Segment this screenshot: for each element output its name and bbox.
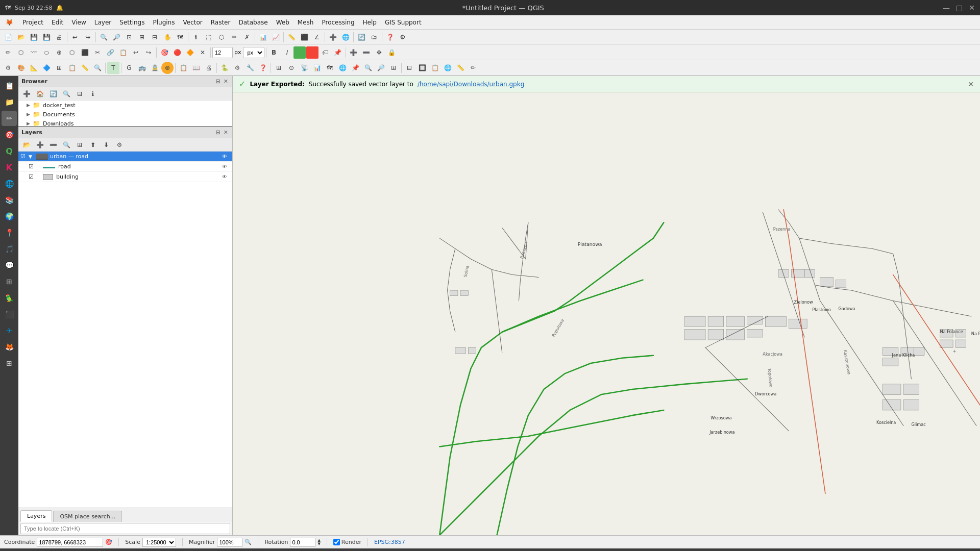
tb-save-as[interactable]: 💾 xyxy=(40,31,53,43)
tb-deselect[interactable]: ✗ xyxy=(241,31,253,43)
rotation-stepper[interactable]: ▲ ▼ xyxy=(317,539,320,546)
tb-pan-map[interactable]: 🗺 xyxy=(174,31,186,43)
browser-item-documents[interactable]: ▶ 📁 Documents xyxy=(18,110,232,119)
browser-add-btn[interactable]: ➕ xyxy=(20,88,33,100)
tb-ext8[interactable]: ⊞ xyxy=(387,62,400,74)
layer-check[interactable]: ☑ xyxy=(29,163,37,170)
tb-ext10[interactable]: 🔲 xyxy=(416,62,428,74)
tb-digitize-8[interactable]: ✂ xyxy=(91,46,104,59)
tb-zoom-out[interactable]: 🔎 xyxy=(110,31,122,43)
dock-apps[interactable]: ⊞ xyxy=(2,274,17,289)
tb-snap3[interactable]: 🔶 xyxy=(184,46,196,59)
dock-browser[interactable]: 📁 xyxy=(2,94,17,110)
tb-zoom-select[interactable]: ⊟ xyxy=(149,31,161,43)
layers-up-btn[interactable]: ⬆ xyxy=(87,139,99,151)
tb-digitize-9[interactable]: 🔗 xyxy=(104,46,116,59)
tb-digitize-3[interactable]: 〰 xyxy=(28,46,40,59)
layers-add-btn[interactable]: ➕ xyxy=(34,139,46,151)
locate-input[interactable] xyxy=(20,523,230,534)
layer-arrow[interactable]: ▼ xyxy=(29,154,35,159)
layers-open-btn[interactable]: 📂 xyxy=(20,139,33,151)
menu-raster[interactable]: Raster xyxy=(207,17,235,28)
tb-process1[interactable]: ⚙ xyxy=(231,62,243,74)
dock-globe2[interactable]: 🌍 xyxy=(2,209,17,224)
tb-statistics[interactable]: 📈 xyxy=(270,31,282,43)
tb-digitize-6[interactable]: ⬡ xyxy=(66,46,78,59)
tb-grid[interactable]: ⊞ xyxy=(273,62,285,74)
minimize-button[interactable]: — xyxy=(943,4,950,12)
tb-digitize-12[interactable]: ↪ xyxy=(142,46,155,59)
tb-select-freehand[interactable]: ✏ xyxy=(228,31,240,43)
dock-music[interactable]: 🎵 xyxy=(2,241,17,257)
tb-python[interactable]: 🐍 xyxy=(218,62,231,74)
tb-move[interactable]: ✥ xyxy=(373,46,385,59)
tb-undo[interactable]: ↩ xyxy=(69,31,81,43)
render-checkbox[interactable] xyxy=(333,539,340,545)
menu-view[interactable]: View xyxy=(67,17,90,28)
map-area[interactable]: ✓ Layer Exported: Successfully saved vec… xyxy=(233,76,980,535)
dock-grid2[interactable]: ⊞ xyxy=(2,356,17,371)
dock-k[interactable]: K xyxy=(2,160,17,175)
tb-italic[interactable]: I xyxy=(281,46,293,59)
browser-info-btn[interactable]: ℹ xyxy=(87,88,99,100)
tb-bus[interactable]: 🚌 xyxy=(136,62,148,74)
tb-style4[interactable]: 🔷 xyxy=(40,62,53,74)
tb-ext4[interactable]: 🌐 xyxy=(336,62,349,74)
tb-lock[interactable]: 🔒 xyxy=(386,46,398,59)
tb-layout2[interactable]: 📋 xyxy=(177,62,189,74)
magnifier-icon[interactable]: 🔍 xyxy=(244,539,252,545)
tb-help[interactable]: ❓ xyxy=(384,31,396,43)
layers-filter-btn[interactable]: 🔍 xyxy=(60,139,72,151)
layer-item-road[interactable]: ☑ road 👁 xyxy=(18,162,232,172)
tb-gpkg1[interactable]: G xyxy=(123,62,135,74)
browser-panel-float[interactable]: ⊟ xyxy=(215,78,222,85)
close-button[interactable]: ✕ xyxy=(969,4,975,12)
dock-layers[interactable]: 📋 xyxy=(2,78,17,93)
tb-measure-angle[interactable]: ∠ xyxy=(311,31,323,43)
tb-ext13[interactable]: 📏 xyxy=(454,62,467,74)
tb-ext5[interactable]: 📌 xyxy=(349,62,361,74)
tb-ext2[interactable]: 📊 xyxy=(311,62,323,74)
visibility-icon[interactable]: 👁 xyxy=(222,174,230,180)
layer-check[interactable]: ☑ xyxy=(29,173,37,180)
browser-collapse-btn[interactable]: ⊟ xyxy=(74,88,86,100)
tb-ext3[interactable]: 🗺 xyxy=(324,62,336,74)
tb-filter[interactable]: 🔍 xyxy=(91,62,104,74)
tb-print2[interactable]: 🖨 xyxy=(203,62,215,74)
dock-telegram[interactable]: ✈ xyxy=(2,323,17,338)
tb-layout[interactable]: 📋 xyxy=(66,62,78,74)
tb-pan[interactable]: ✋ xyxy=(161,31,174,43)
visibility-icon[interactable]: 👁 xyxy=(222,164,230,169)
tb-save-project[interactable]: 💾 xyxy=(28,31,40,43)
tb-new-temp[interactable]: T xyxy=(107,62,119,74)
tb-print[interactable]: 🖨 xyxy=(53,31,65,43)
tb-label-edit[interactable]: 🏷 xyxy=(319,46,331,59)
tb-circle[interactable]: ⊙ xyxy=(285,62,298,74)
tb-new-project[interactable]: 📄 xyxy=(2,31,14,43)
tb-snap[interactable]: 🎯 xyxy=(158,46,170,59)
dock-parrot[interactable]: 🦜 xyxy=(2,290,17,306)
menu-gis-support[interactable]: GIS Support xyxy=(381,17,426,28)
tb-tile-map-scale[interactable]: 🗂 xyxy=(368,31,380,43)
notification-close[interactable]: ✕ xyxy=(968,80,974,88)
layers-group-btn[interactable]: ⊞ xyxy=(74,139,86,151)
tb-digitize-2[interactable]: ⬡ xyxy=(15,46,27,59)
tb-color2[interactable] xyxy=(306,46,318,59)
tb-plus[interactable]: ➕ xyxy=(348,46,360,59)
magnifier-value[interactable] xyxy=(217,538,242,547)
dock-globe[interactable]: 🌐 xyxy=(2,176,17,191)
tb-add-layer[interactable]: ➕ xyxy=(327,31,339,43)
tb-color1[interactable] xyxy=(293,46,306,59)
tb-process2[interactable]: 🔧 xyxy=(244,62,256,74)
tb-zoom-in[interactable]: 🔍 xyxy=(97,31,110,43)
tb-ext1[interactable]: 📡 xyxy=(298,62,310,74)
dock-location[interactable]: 📍 xyxy=(2,225,17,240)
layers-down-btn[interactable]: ⬇ xyxy=(100,139,112,151)
tb-tram[interactable]: 🚊 xyxy=(149,62,161,74)
tb-ext7[interactable]: 🔎 xyxy=(375,62,387,74)
menu-vector[interactable]: Vector xyxy=(179,17,206,28)
layers-panel-float[interactable]: ⊟ xyxy=(215,129,222,136)
tb-digitize-7[interactable]: ⬛ xyxy=(79,46,91,59)
dock-book[interactable]: 📚 xyxy=(2,192,17,208)
font-size-input[interactable] xyxy=(212,47,233,58)
